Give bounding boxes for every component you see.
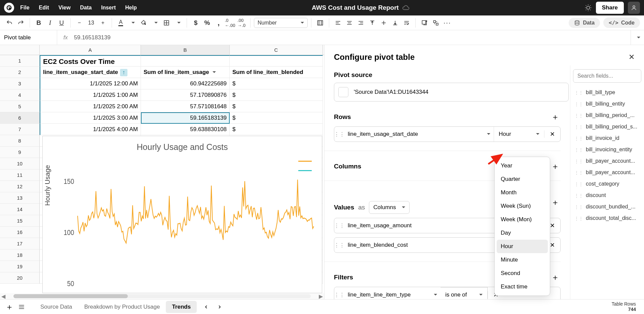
- col-header-a[interactable]: A: [40, 45, 141, 55]
- time-option[interactable]: Month: [497, 186, 548, 199]
- field-list-item[interactable]: ⋮⋮bill_billing_period_...: [573, 110, 641, 121]
- font-size-decrease[interactable]: −: [74, 17, 85, 28]
- align-right-button[interactable]: [355, 17, 366, 28]
- filter-operator-select[interactable]: is one of: [441, 287, 488, 299]
- fill-color-button[interactable]: [138, 17, 149, 28]
- borders-dropdown[interactable]: [173, 17, 183, 28]
- field-list-item[interactable]: ⋮⋮bill_billing_period_s...: [573, 121, 641, 132]
- embedded-chart[interactable]: Hourly Usage and Costs Hourly Usage 150 …: [42, 136, 322, 293]
- pivot-value-header[interactable]: Sum of line_item_blended: [230, 67, 323, 78]
- menu-view[interactable]: View: [59, 5, 71, 11]
- field-list-item[interactable]: ⋮⋮bill_invoicing_entity: [573, 144, 641, 155]
- text-wrap-button[interactable]: [401, 17, 412, 28]
- row-granularity-select[interactable]: Hour: [494, 127, 544, 142]
- font-size-value[interactable]: 13: [86, 20, 96, 26]
- hint-icon[interactable]: [584, 4, 592, 11]
- pivot-title-cell[interactable]: EC2 Costs Over Time: [40, 55, 141, 67]
- time-option[interactable]: Exact time: [497, 280, 548, 293]
- time-option[interactable]: Minute: [497, 253, 548, 267]
- add-column-field-button[interactable]: ＋: [551, 161, 559, 172]
- borders-button[interactable]: [161, 17, 172, 28]
- table-row[interactable]: 4 1/1/2025 1:00 AM 57.170890876 $: [0, 89, 324, 101]
- pivot-source-input[interactable]: 'Source Data'!A1:DU1643344: [334, 83, 569, 102]
- decrease-decimal-button[interactable]: .0←.00: [225, 17, 235, 28]
- sheet-tab-breakdown[interactable]: Breakdown by Product Usage: [78, 301, 166, 313]
- formula-expand-button[interactable]: [631, 30, 644, 45]
- field-list-item[interactable]: ⋮⋮bill_billing_entity: [573, 98, 641, 110]
- drag-handle-icon[interactable]: ⋮⋮: [334, 223, 344, 229]
- fill-color-dropdown[interactable]: [150, 17, 160, 28]
- pivot-value-header[interactable]: Sum of line_item_usage: [141, 67, 230, 78]
- font-size-increase[interactable]: +: [98, 17, 108, 28]
- table-row[interactable]: 5 1/1/2025 2:00 AM 57.571081648 $: [0, 101, 324, 112]
- undo-button[interactable]: [4, 17, 15, 28]
- document-title[interactable]: AWS Cost and Usage Report: [312, 4, 399, 11]
- select-all-corner[interactable]: [0, 45, 40, 55]
- horizontal-scrollbar[interactable]: ◀ ▶: [0, 293, 324, 299]
- menu-insert[interactable]: Insert: [101, 5, 116, 11]
- scrollbar-thumb[interactable]: [13, 294, 128, 298]
- bold-button[interactable]: B: [33, 17, 44, 28]
- time-option[interactable]: Hour: [497, 240, 548, 253]
- remove-row-field-button[interactable]: ✕: [544, 130, 560, 138]
- field-list-item[interactable]: ⋮⋮bill_invoice_id: [573, 132, 641, 144]
- table-row[interactable]: 3 1/1/2025 12:00 AM 60.942225689 $: [0, 78, 324, 89]
- table-row[interactable]: 7 1/1/2025 4:00 AM 59.638830108 $: [0, 124, 324, 135]
- wrap-overflow-button[interactable]: [315, 17, 326, 28]
- table-row[interactable]: 6 1/1/2025 3:00 AM 59.165183139 $: [0, 112, 324, 124]
- sheet-nav-prev[interactable]: [200, 301, 212, 313]
- drag-handle-icon[interactable]: ⋮⋮: [334, 131, 344, 138]
- row-field-select[interactable]: line_item_usage_start_date: [344, 127, 494, 142]
- drag-handle-icon[interactable]: ⋮⋮: [334, 242, 344, 248]
- more-button[interactable]: ···: [442, 17, 453, 28]
- add-filter-button[interactable]: ＋: [551, 272, 559, 283]
- filter-field-select[interactable]: line_item_line_item_type: [344, 287, 441, 299]
- add-sheet-button[interactable]: ＋: [3, 301, 15, 313]
- increase-decimal-button[interactable]: .00→.0: [236, 17, 247, 28]
- redo-button[interactable]: [15, 17, 26, 28]
- values-as-select[interactable]: Columns: [369, 201, 410, 214]
- sheet-tab-trends[interactable]: Trends: [166, 301, 197, 313]
- menu-data[interactable]: Data: [80, 5, 92, 11]
- pivot-row-header[interactable]: line_item_usage_start_date↑: [40, 67, 141, 78]
- sheet-list-button[interactable]: [15, 301, 28, 313]
- text-color-dropdown[interactable]: [127, 17, 138, 28]
- valign-top-button[interactable]: [367, 17, 378, 28]
- time-option[interactable]: Week (Mon): [497, 213, 548, 226]
- row-header[interactable]: 1: [0, 55, 40, 67]
- add-value-field-button[interactable]: ＋: [551, 197, 559, 208]
- formula-input[interactable]: 59.165183139: [71, 34, 631, 41]
- time-option[interactable]: Year: [497, 159, 548, 172]
- valign-bottom-button[interactable]: [390, 17, 401, 28]
- close-panel-button[interactable]: ✕: [629, 53, 635, 62]
- row-header[interactable]: 2: [0, 67, 40, 78]
- range-picker-icon[interactable]: [338, 87, 348, 97]
- number-format-select[interactable]: Number: [254, 18, 308, 28]
- valign-middle-button[interactable]: [378, 17, 389, 28]
- drag-handle-icon[interactable]: ⋮⋮: [334, 292, 344, 298]
- field-list-item[interactable]: ⋮⋮discount_bundled_...: [573, 201, 641, 212]
- code-panel-button[interactable]: </> Code: [603, 17, 640, 28]
- comma-button[interactable]: ,: [213, 17, 224, 28]
- menu-help[interactable]: Help: [125, 5, 137, 11]
- chevron-down-icon[interactable]: [211, 67, 216, 78]
- currency-button[interactable]: $: [190, 17, 201, 28]
- sort-asc-icon[interactable]: ↑: [120, 69, 127, 76]
- menu-edit[interactable]: Edit: [39, 5, 49, 11]
- align-center-button[interactable]: [344, 17, 355, 28]
- col-header-c[interactable]: C: [230, 45, 323, 55]
- field-list-item[interactable]: ⋮⋮bill_bill_type: [573, 87, 641, 98]
- insert-chart-button[interactable]: [419, 17, 430, 28]
- align-left-button[interactable]: [333, 17, 343, 28]
- underline-button[interactable]: U: [56, 17, 67, 28]
- sheet-tab-source[interactable]: Source Data: [34, 301, 78, 313]
- cell-reference-box[interactable]: Pivot table: [0, 30, 57, 45]
- field-list-item[interactable]: ⋮⋮cost_category: [573, 178, 641, 190]
- col-header-b[interactable]: B: [141, 45, 230, 55]
- selected-cell[interactable]: 59.165183139: [141, 112, 230, 124]
- user-menu-button[interactable]: [628, 2, 640, 14]
- field-list-item[interactable]: ⋮⋮discount_total_disc...: [573, 212, 641, 224]
- share-button[interactable]: Share: [596, 2, 624, 14]
- sheet-nav-next[interactable]: [214, 301, 226, 313]
- grid-body[interactable]: 1 EC2 Costs Over Time 2 line_item_usage_…: [0, 55, 324, 293]
